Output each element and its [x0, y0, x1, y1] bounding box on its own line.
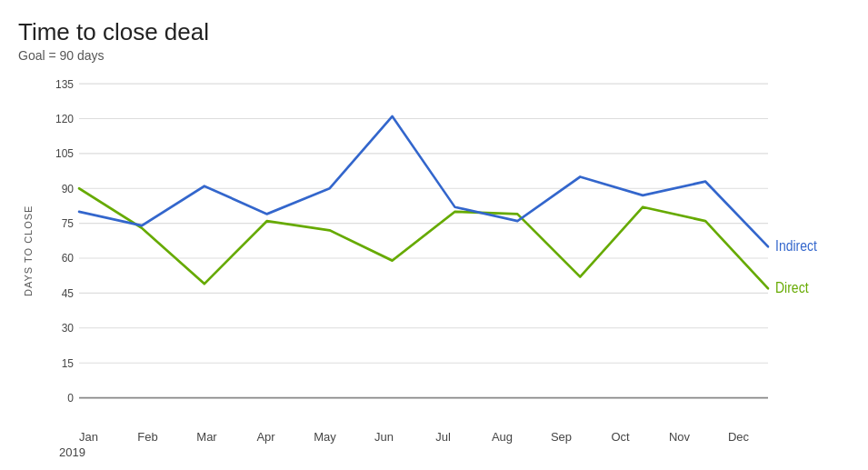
- chart-title: Time to close deal: [18, 18, 850, 46]
- svg-text:120: 120: [55, 112, 74, 125]
- indirect-legend-label: Indirect: [775, 238, 817, 254]
- x-label: Oct: [591, 430, 650, 444]
- x-label: Mar: [177, 430, 236, 444]
- x-label: Nov: [650, 430, 709, 444]
- svg-text:0: 0: [67, 391, 74, 405]
- direct-legend-label: Direct: [775, 280, 809, 295]
- year-label: 2019: [18, 445, 850, 459]
- x-label: Aug: [473, 430, 532, 444]
- x-label: Jun: [354, 430, 414, 444]
- svg-text:135: 135: [55, 77, 74, 91]
- x-label: Sep: [532, 430, 591, 444]
- chart-container: Time to close deal Goal = 90 days DAYS T…: [0, 0, 868, 470]
- x-label: May: [295, 430, 354, 444]
- svg-text:45: 45: [62, 286, 74, 300]
- chart-area: DAYS TO CLOSE 0153045607590105120135Indi…: [18, 74, 850, 428]
- y-axis-label: DAYS TO CLOSE: [18, 74, 38, 428]
- svg-text:105: 105: [55, 147, 74, 161]
- line-chart: 0153045607590105120135IndirectDirect: [38, 74, 850, 428]
- x-label: Apr: [236, 430, 295, 444]
- x-label: Feb: [118, 430, 177, 444]
- svg-text:75: 75: [62, 217, 74, 231]
- x-axis-labels: JanFebMarAprMayJunJulAugSepOctNovDec: [18, 430, 850, 444]
- x-label: Jan: [59, 430, 118, 444]
- svg-text:30: 30: [62, 322, 74, 335]
- x-label: Jul: [414, 430, 473, 444]
- chart-inner: 0153045607590105120135IndirectDirect: [38, 74, 850, 428]
- svg-text:90: 90: [62, 182, 74, 195]
- x-label: Dec: [709, 430, 768, 444]
- svg-text:15: 15: [62, 356, 74, 370]
- chart-subtitle: Goal = 90 days: [18, 48, 850, 63]
- svg-text:60: 60: [62, 252, 74, 265]
